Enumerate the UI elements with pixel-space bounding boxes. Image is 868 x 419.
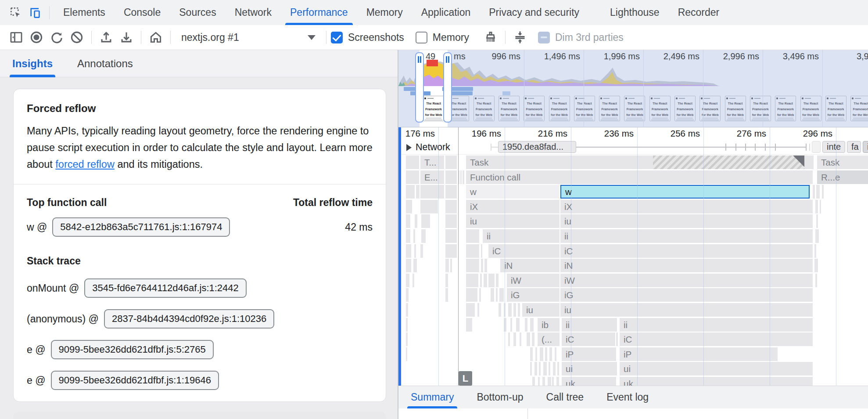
sidebar-tab-insights[interactable]: Insights <box>12 50 53 77</box>
flame-event[interactable]: iu <box>560 214 813 228</box>
flame-event[interactable]: ui <box>620 362 813 376</box>
tab-recorder[interactable]: Recorder <box>669 0 729 25</box>
flame-event[interactable] <box>816 214 818 228</box>
flame-event[interactable]: iG <box>560 288 813 302</box>
flame-event[interactable] <box>450 259 452 272</box>
flame-event[interactable] <box>479 288 481 302</box>
tab-lighthouse[interactable]: Lighthouse <box>601 0 669 25</box>
flame-event[interactable] <box>540 347 543 361</box>
flame-event[interactable] <box>445 200 457 213</box>
flame-event[interactable] <box>406 332 408 346</box>
flame-event[interactable]: T... <box>420 155 444 169</box>
flame-event[interactable] <box>484 274 487 287</box>
flame-event[interactable] <box>480 274 482 287</box>
flame-event[interactable] <box>406 200 412 213</box>
flame-event[interactable] <box>445 185 457 199</box>
collapse-tracks-button[interactable] <box>510 27 530 47</box>
flame-event[interactable] <box>499 288 504 302</box>
tab-network[interactable]: Network <box>226 0 281 25</box>
details-tab-summary[interactable]: Summary <box>411 386 454 409</box>
flame-event[interactable] <box>421 229 426 243</box>
toggle-sidebar-button[interactable] <box>6 27 26 47</box>
forced-reflow-card[interactable]: Forced reflow Many APIs, typically readi… <box>13 89 386 402</box>
flame-event[interactable] <box>445 244 457 258</box>
flame-event[interactable] <box>553 362 556 376</box>
flame-event[interactable] <box>406 229 410 243</box>
flame-event[interactable] <box>532 332 534 346</box>
flame-event[interactable] <box>466 318 472 332</box>
flame-event[interactable] <box>445 214 457 228</box>
flame-event[interactable]: ib <box>538 318 560 332</box>
flame-event[interactable] <box>513 332 516 346</box>
flame-event[interactable] <box>413 229 415 243</box>
flame-event[interactable] <box>542 377 545 386</box>
flame-event[interactable]: ui <box>562 362 615 376</box>
flame-event[interactable]: Task <box>817 155 868 169</box>
selection-handle-left[interactable] <box>415 52 424 123</box>
flame-event[interactable]: w <box>466 185 560 199</box>
flame-event[interactable] <box>488 274 495 287</box>
flame-event[interactable] <box>466 303 475 317</box>
flame-event[interactable] <box>549 362 550 376</box>
flame-event[interactable] <box>815 229 819 243</box>
flame-event[interactable] <box>406 170 419 184</box>
flame-event[interactable]: ii <box>483 229 560 243</box>
flame-event[interactable] <box>466 229 479 243</box>
tab-sources[interactable]: Sources <box>170 0 225 25</box>
flame-event[interactable] <box>548 377 551 386</box>
record-and-reload-button[interactable] <box>47 27 67 47</box>
flame-event[interactable] <box>816 185 820 199</box>
flame-event[interactable] <box>814 244 816 258</box>
memory-checkbox[interactable] <box>416 32 427 43</box>
flame-event[interactable] <box>616 332 618 346</box>
flame-event[interactable] <box>445 155 457 169</box>
flame-event[interactable] <box>538 377 540 386</box>
flame-event[interactable]: uk <box>562 377 615 386</box>
save-profile-button[interactable] <box>116 27 136 47</box>
clear-button[interactable] <box>67 27 87 47</box>
flame-event[interactable]: iW <box>507 274 560 287</box>
flame-event[interactable] <box>420 185 444 199</box>
flame-event[interactable] <box>822 185 824 199</box>
network-track[interactable]: Network 1950.dea8fad... intefaimage <box>398 140 868 155</box>
cache-lifetimes-card[interactable]: Use efficient cache lifetimes <box>13 412 386 419</box>
flame-event[interactable] <box>406 303 408 317</box>
flame-event[interactable] <box>406 155 419 169</box>
flame-event[interactable]: E... <box>420 170 444 184</box>
flame-event[interactable] <box>406 288 409 302</box>
flame-event[interactable]: iW <box>560 274 813 287</box>
flame-event[interactable] <box>414 244 416 258</box>
network-request-chip[interactable]: image <box>863 141 868 153</box>
flame-event[interactable] <box>412 274 414 287</box>
flame-event[interactable] <box>535 347 537 361</box>
flame-event[interactable]: iX <box>560 200 813 213</box>
flame-event[interactable]: iu <box>560 303 813 317</box>
flame-event[interactable] <box>499 303 501 317</box>
flame-event[interactable] <box>518 303 520 317</box>
flame-event[interactable] <box>491 288 494 302</box>
flame-event[interactable] <box>445 229 457 243</box>
flame-event[interactable] <box>513 303 516 317</box>
profile-select[interactable]: nextjs.org #1 <box>181 32 322 43</box>
flame-event[interactable] <box>504 318 506 332</box>
flame-event[interactable] <box>466 244 479 258</box>
flame-event[interactable]: iu <box>466 214 560 228</box>
flame-event[interactable] <box>545 347 547 361</box>
flame-event[interactable] <box>549 347 552 361</box>
flame-event[interactable] <box>508 303 512 317</box>
flame-event[interactable]: iC <box>620 332 813 346</box>
source-location-link[interactable]: 9099-5bee326dd621dfbf.js:5:2765 <box>51 340 214 359</box>
flame-event[interactable] <box>415 214 417 228</box>
lcp-marker-badge[interactable]: L <box>459 371 472 386</box>
flame-event[interactable]: (... <box>538 332 560 346</box>
flame-event[interactable] <box>530 347 533 361</box>
flame-event[interactable] <box>477 303 479 317</box>
network-request-chip[interactable]: 1950.dea8fad... <box>498 141 576 153</box>
tab-performance[interactable]: Performance <box>281 0 357 25</box>
flame-event[interactable] <box>481 259 483 272</box>
details-tab-call-tree[interactable]: Call tree <box>546 386 584 409</box>
flame-event[interactable] <box>496 288 498 302</box>
tab-memory[interactable]: Memory <box>357 0 412 25</box>
flame-event[interactable] <box>445 170 457 184</box>
network-request-chip[interactable]: fa <box>847 141 861 153</box>
